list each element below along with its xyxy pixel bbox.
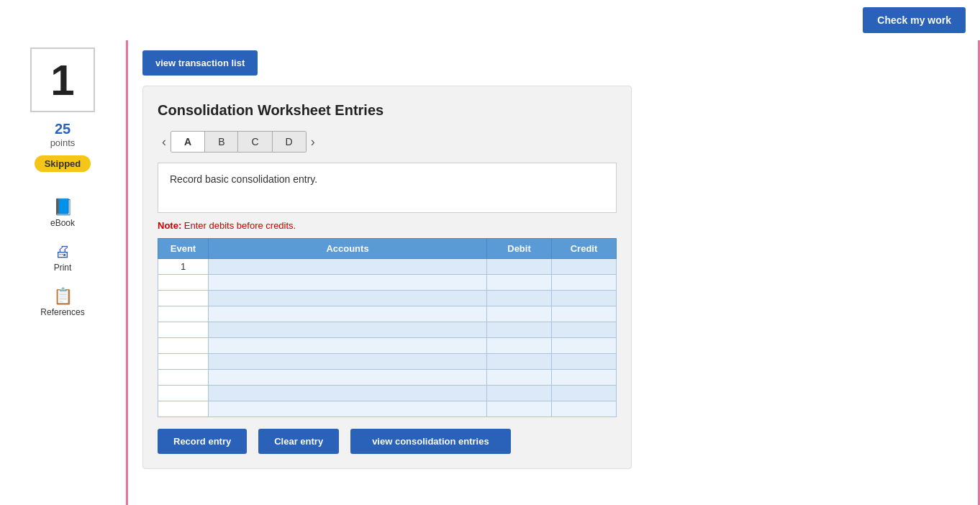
debit-cell[interactable] (487, 275, 552, 291)
account-cell[interactable] (209, 322, 487, 338)
credit-cell[interactable] (552, 386, 617, 401)
print-label: Print (54, 263, 72, 273)
credit-input[interactable] (552, 370, 616, 385)
debit-cell[interactable] (487, 259, 552, 275)
account-input[interactable] (209, 354, 486, 369)
credit-input[interactable] (552, 259, 616, 274)
view-consolidation-entries-button[interactable]: view consolidation entries (350, 429, 511, 454)
note-body: Enter debits before credits. (184, 220, 296, 231)
account-cell[interactable] (209, 338, 487, 354)
account-input[interactable] (209, 401, 486, 417)
description-box: Record basic consolidation entry. (158, 163, 617, 213)
credit-input[interactable] (552, 275, 616, 290)
account-cell[interactable] (209, 259, 487, 275)
credit-cell[interactable] (552, 322, 617, 338)
credit-cell[interactable] (552, 275, 617, 291)
tab-a[interactable]: A (171, 132, 205, 152)
debit-input[interactable] (487, 354, 551, 369)
debit-cell[interactable] (487, 401, 552, 417)
table-row (158, 401, 617, 417)
sidebar-tool-ebook[interactable]: 📘 eBook (43, 194, 82, 232)
account-input[interactable] (209, 338, 486, 353)
tab-next-arrow[interactable]: › (307, 135, 319, 150)
check-my-work-button[interactable]: Check my work (863, 7, 966, 33)
skipped-badge: Skipped (35, 155, 91, 172)
account-input[interactable] (209, 306, 486, 322)
account-input[interactable] (209, 275, 486, 290)
event-cell (158, 401, 209, 417)
buttons-row: Record entry Clear entry view consolidat… (158, 429, 617, 454)
event-cell: 1 (158, 259, 209, 275)
table-row (158, 370, 617, 386)
debit-input[interactable] (487, 322, 551, 337)
account-input[interactable] (209, 370, 486, 385)
ebook-label: eBook (50, 218, 75, 228)
sidebar-tool-print[interactable]: 🖨 Print (47, 238, 79, 277)
view-transaction-list-button[interactable]: view transaction list (142, 50, 258, 76)
credit-input[interactable] (552, 338, 616, 353)
credit-input[interactable] (552, 291, 616, 306)
credit-input[interactable] (552, 354, 616, 369)
account-input[interactable] (209, 259, 486, 274)
event-cell (158, 354, 209, 370)
debit-cell[interactable] (487, 322, 552, 338)
account-input[interactable] (209, 386, 486, 401)
debit-cell[interactable] (487, 354, 552, 370)
ebook-icon: 📘 (53, 198, 73, 217)
table-row (158, 275, 617, 291)
credit-cell[interactable] (552, 354, 617, 370)
debit-input[interactable] (487, 259, 551, 274)
credit-cell[interactable] (552, 291, 617, 306)
tab-c[interactable]: C (238, 132, 272, 152)
top-bar: Check my work (0, 0, 980, 40)
account-input[interactable] (209, 322, 486, 337)
col-header-debit: Debit (487, 239, 552, 259)
account-cell[interactable] (209, 386, 487, 401)
step-number-box: 1 (30, 47, 95, 112)
account-cell[interactable] (209, 354, 487, 370)
sidebar-tool-references[interactable]: 📋 References (33, 283, 91, 322)
debit-input[interactable] (487, 401, 551, 417)
debit-cell[interactable] (487, 306, 552, 322)
credit-cell[interactable] (552, 370, 617, 386)
debit-input[interactable] (487, 370, 551, 385)
note-label: Note: (158, 220, 181, 231)
event-cell (158, 291, 209, 306)
debit-cell[interactable] (487, 291, 552, 306)
references-icon: 📋 (53, 287, 73, 306)
tab-b[interactable]: B (205, 132, 238, 152)
credit-input[interactable] (552, 306, 616, 322)
debit-input[interactable] (487, 291, 551, 306)
account-cell[interactable] (209, 401, 487, 417)
card-title: Consolidation Worksheet Entries (158, 101, 617, 119)
account-input[interactable] (209, 291, 486, 306)
record-entry-button[interactable]: Record entry (158, 429, 247, 454)
debit-input[interactable] (487, 386, 551, 401)
debit-input[interactable] (487, 306, 551, 322)
credit-cell[interactable] (552, 259, 617, 275)
credit-cell[interactable] (552, 338, 617, 354)
account-cell[interactable] (209, 370, 487, 386)
tab-prev-arrow[interactable]: ‹ (158, 135, 171, 150)
credit-cell[interactable] (552, 401, 617, 417)
col-header-event: Event (158, 239, 209, 259)
credit-cell[interactable] (552, 306, 617, 322)
entry-table: Event Accounts Debit Credit 1 (158, 238, 617, 417)
debit-input[interactable] (487, 275, 551, 290)
tab-d[interactable]: D (273, 132, 306, 152)
debit-cell[interactable] (487, 338, 552, 354)
table-row (158, 354, 617, 370)
table-row (158, 322, 617, 338)
clear-entry-button[interactable]: Clear entry (258, 429, 339, 454)
credit-input[interactable] (552, 401, 616, 417)
credit-input[interactable] (552, 322, 616, 337)
note-text: Note: Enter debits before credits. (158, 220, 617, 231)
account-cell[interactable] (209, 291, 487, 306)
points-label: points (50, 137, 76, 148)
debit-input[interactable] (487, 338, 551, 353)
debit-cell[interactable] (487, 370, 552, 386)
credit-input[interactable] (552, 386, 616, 401)
debit-cell[interactable] (487, 386, 552, 401)
account-cell[interactable] (209, 275, 487, 291)
account-cell[interactable] (209, 306, 487, 322)
